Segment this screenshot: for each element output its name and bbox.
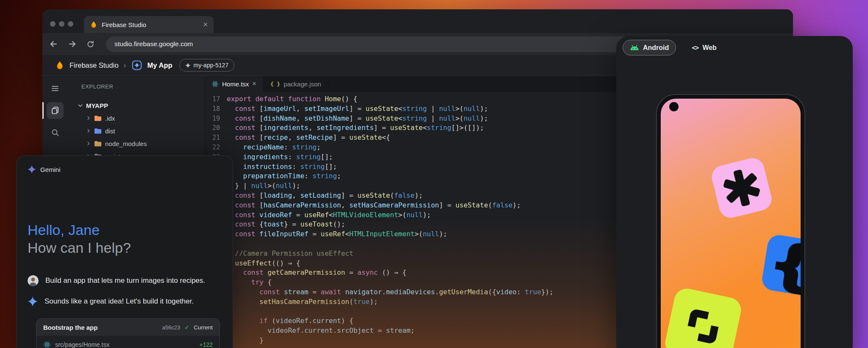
- project-name[interactable]: My App: [147, 61, 172, 69]
- gemini-panel: Gemini Hello, Jane How can I help? Build…: [16, 155, 233, 348]
- browser-titlebar: Firebase Studio ×: [42, 9, 793, 33]
- diff-additions: +122: [199, 341, 213, 348]
- greeting-line-2: How can I help?: [28, 239, 222, 257]
- phone-screen[interactable]: {: [661, 99, 801, 348]
- user-message-text: Build an app that lets me turn images in…: [45, 276, 205, 285]
- code-brackets-icon: <>: [692, 44, 698, 52]
- code-text: videoRef.current.srcObject = stream;: [220, 326, 415, 336]
- task-file-row[interactable]: src/pages/Home.tsx +122: [36, 336, 220, 348]
- tree-item-dist[interactable]: dist: [68, 124, 204, 137]
- code-text: const {toast} = useToast();: [220, 220, 345, 229]
- code-text: preparationTime: string;: [220, 171, 341, 181]
- forward-button[interactable]: [64, 36, 80, 52]
- json-braces-icon: { }: [270, 81, 280, 87]
- project-id-badge[interactable]: my-app-5127: [179, 59, 235, 72]
- status-badge: Current: [194, 324, 213, 331]
- gemini-message-text: Sounds like a great idea! Let's build it…: [45, 297, 194, 306]
- react-icon: [211, 80, 219, 88]
- code-text: ingredients: string[];: [220, 152, 333, 162]
- tree-root-myapp[interactable]: MYAPP: [68, 99, 204, 112]
- browser-tab-title: Firebase Studio: [102, 21, 199, 28]
- gemini-greeting: Hello, Jane How can I help?: [28, 221, 222, 257]
- gemini-title: Gemini: [40, 166, 61, 173]
- code-text: setHasCameraPermission(true);: [220, 297, 378, 307]
- chevron-right-icon: [86, 141, 91, 146]
- tree-item-label: .idx: [105, 115, 115, 122]
- tree-item-label: dist: [105, 127, 115, 135]
- web-toggle-label: Web: [702, 44, 716, 52]
- tree-item-label: node_modules: [105, 140, 147, 147]
- line-number: 21: [205, 133, 220, 143]
- code-text: const [ingredients, setIngredients] = us…: [220, 123, 484, 133]
- brand-title: Firebase Studio: [70, 61, 119, 69]
- line-number: 17: [205, 94, 220, 104]
- commit-hash: a56c23: [162, 324, 181, 331]
- tab-label: Home.tsx: [222, 80, 249, 88]
- tree-item-.idx[interactable]: .idx: [68, 112, 204, 124]
- web-toggle-button[interactable]: <> Web: [684, 40, 724, 55]
- code-text: const getCameraPermission = async () ⇒ {: [220, 268, 406, 278]
- browser-tab[interactable]: Firebase Studio ×: [84, 16, 214, 33]
- explorer-folders: .idx dist node_modules scripts: [68, 112, 204, 163]
- window-maximize-dot[interactable]: [68, 21, 73, 27]
- chevron-right-icon: [86, 129, 91, 133]
- corner-brackets-icon: [677, 300, 729, 348]
- folder-icon: [94, 115, 102, 122]
- file-path: src/pages/Home.tsx: [55, 341, 195, 348]
- line-number: 22: [205, 143, 220, 152]
- code-text: const [hasCameraPermission, setHasCamera…: [220, 201, 521, 210]
- curly-brace-icon: {: [765, 235, 801, 296]
- back-button[interactable]: [46, 36, 61, 52]
- green-tile: [663, 286, 743, 348]
- tab-home-tsx[interactable]: Home.tsx ×: [205, 76, 264, 92]
- task-card-header[interactable]: Bootstrap the app a56c23 ✓ Current: [36, 319, 220, 336]
- window-close-dot[interactable]: [50, 21, 56, 27]
- pink-tile: [709, 156, 774, 221]
- search-icon[interactable]: [47, 124, 64, 141]
- firebase-favicon-icon: [90, 21, 97, 28]
- explorer-title: EXPLORER: [68, 83, 204, 90]
- blue-tile: {: [760, 233, 801, 297]
- android-icon: [630, 45, 639, 51]
- line-number: 20: [205, 123, 220, 133]
- tab-label: package.json: [284, 80, 321, 88]
- firebase-logo-icon: [55, 61, 64, 70]
- window-minimize-dot[interactable]: [59, 21, 64, 27]
- react-icon: [43, 341, 51, 348]
- explorer-view-icon[interactable]: [47, 102, 64, 119]
- code-text: //Camera Permission useEffect: [220, 249, 353, 259]
- code-text: const stream = await navigator.mediaDevi…: [220, 287, 554, 297]
- code-text: const [loading, setLoading] = useState(f…: [220, 191, 423, 201]
- code-text: const [recipe, setRecipe] = useState<{: [220, 133, 390, 143]
- code-text: const [imageUrl, setImageUrl] = useState…: [220, 104, 488, 114]
- spark-icon: [185, 63, 191, 68]
- code-text: export default function Home() {: [220, 94, 357, 104]
- task-title: Bootstrap the app: [43, 324, 158, 331]
- camera-punch-hole: [669, 102, 679, 111]
- asterisk-icon: [720, 166, 764, 210]
- user-avatar: [28, 275, 39, 286]
- folder-icon: [94, 128, 102, 134]
- breadcrumb-separator: ›: [124, 61, 126, 70]
- code-text: const [dishName, setDishName] = useState…: [220, 114, 488, 124]
- code-text: const fileInputRef = useRef<HTMLInputEle…: [220, 229, 447, 239]
- gemini-sparkle-icon: [28, 296, 38, 307]
- code-text: const videoRef = useRef<HTMLVideoElement…: [220, 210, 431, 220]
- tab-package-json[interactable]: { } package.json: [264, 76, 328, 92]
- project-id-label: my-app-5127: [194, 62, 229, 69]
- menu-icon[interactable]: [47, 80, 64, 97]
- tab-close-icon[interactable]: ×: [203, 21, 208, 28]
- android-toggle-button[interactable]: Android: [623, 40, 676, 55]
- app-icon: [131, 60, 142, 71]
- android-toggle-label: Android: [643, 44, 669, 52]
- tab-close-icon[interactable]: ×: [252, 80, 256, 88]
- folder-icon: [94, 141, 102, 147]
- window-controls: [50, 21, 73, 27]
- device-preview-panel: Android <> Web {: [616, 36, 853, 348]
- tree-item-node_modules[interactable]: node_modules: [68, 137, 204, 150]
- line-number: 19: [205, 114, 220, 124]
- reload-button[interactable]: [83, 36, 98, 52]
- chevron-down-icon: [78, 103, 83, 108]
- url-text: studio.firebase.google.com: [114, 40, 193, 48]
- phone-mockup: {: [656, 94, 805, 348]
